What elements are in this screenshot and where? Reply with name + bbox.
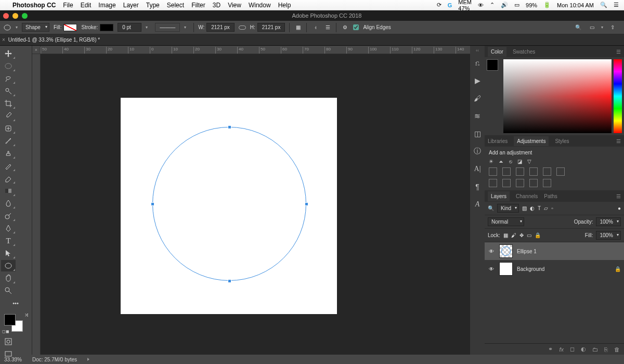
path-selection-tool[interactable] (1, 248, 16, 259)
layer-mask-icon[interactable]: ◻ (570, 346, 575, 353)
document-tab[interactable]: Untitled-1 @ 33.3% (Ellipse 1, RGB/8) * (8, 37, 100, 43)
tab-channels[interactable]: Channels (516, 193, 538, 199)
edit-toolbar[interactable]: ••• (1, 297, 30, 309)
height-input[interactable]: 2121 px (257, 23, 285, 32)
menu-file[interactable]: File (63, 2, 73, 9)
clock[interactable]: Mon 10:04 AM (557, 2, 594, 8)
invert-adj-icon[interactable] (489, 179, 497, 187)
zoom-window-button[interactable] (22, 13, 28, 19)
fill-swatch[interactable] (63, 24, 77, 31)
info-panel-icon[interactable]: ⓘ (473, 147, 482, 156)
tab-layers[interactable]: Layers (488, 191, 510, 201)
dodge-tool[interactable] (1, 210, 16, 222)
filter-adj-icon[interactable]: ◐ (530, 205, 535, 211)
current-color-swatch[interactable] (487, 59, 498, 71)
battery-icon[interactable]: 🔋 (543, 2, 551, 8)
canvas-area[interactable]: × 50403020100102030405060708090100110120… (32, 46, 470, 355)
layer-thumbnail[interactable] (499, 262, 513, 276)
close-window-button[interactable] (3, 13, 9, 19)
menu-image[interactable]: Image (98, 2, 115, 9)
menu-help[interactable]: Help (278, 2, 291, 9)
tool-mode-dropdown[interactable]: Shape (22, 23, 49, 32)
path-alignment-icon[interactable]: ⫞ (311, 23, 319, 32)
app-name[interactable]: Photoshop CC (12, 2, 56, 9)
tab-color[interactable]: Color (488, 47, 506, 57)
quickmask-icon[interactable] (1, 336, 16, 347)
hue-slider[interactable] (614, 59, 622, 133)
path-handle-top[interactable] (228, 125, 231, 129)
zoom-tool[interactable] (1, 285, 16, 296)
lasso-tool[interactable] (1, 73, 16, 84)
lock-artboard-icon[interactable]: ▭ (527, 232, 531, 238)
menu-3d[interactable]: 3D (213, 2, 220, 9)
curves-adj-icon[interactable]: ⎋ (509, 159, 512, 164)
color-chips[interactable]: ⤭ ◻◼ (2, 312, 30, 333)
link-layers-icon[interactable]: ⚭ (548, 346, 553, 353)
crop-tool[interactable] (1, 98, 16, 109)
tab-libraries[interactable]: Libraries (488, 138, 508, 144)
blend-mode-dropdown[interactable]: Normal (488, 217, 524, 226)
history-brush-tool[interactable] (1, 160, 16, 172)
filter-shape-icon[interactable]: ▱ (544, 205, 548, 211)
logitech-icon[interactable]: G (448, 2, 452, 8)
tab-adjustments[interactable]: Adjustments (514, 136, 549, 146)
default-colors-icon[interactable]: ◻◼ (2, 329, 9, 334)
panel-menu-icon[interactable]: ☰ (616, 49, 621, 55)
ruler-origin[interactable]: × (32, 46, 41, 54)
layer-name[interactable]: Ellipse 1 (517, 249, 537, 254)
menu-edit[interactable]: Edit (81, 2, 92, 9)
minimize-window-button[interactable] (12, 13, 18, 19)
layer-row[interactable]: 👁Ellipse 1 (485, 242, 624, 260)
status-menu-icon[interactable] (87, 358, 89, 361)
marquee-ellipse-tool[interactable] (1, 60, 16, 72)
ellipse-path[interactable] (152, 127, 306, 281)
character-panel-icon[interactable]: A| (473, 164, 482, 174)
panel-menu-icon[interactable]: ☰ (616, 138, 621, 144)
threshold-adj-icon[interactable] (516, 179, 524, 187)
filter-type-icon[interactable]: T (538, 205, 541, 211)
layer-visibility-icon[interactable]: 👁 (488, 249, 495, 254)
menu-window[interactable]: Window (249, 2, 271, 9)
align-edges-checkbox[interactable] (353, 24, 359, 30)
pen-tool[interactable] (1, 223, 16, 234)
levels-adj-icon[interactable]: ⏶ (499, 159, 504, 164)
ruler-horizontal[interactable]: 5040302010010203040506070809010011012013… (41, 46, 470, 54)
menu-layer[interactable]: Layer (123, 2, 139, 9)
menu-view[interactable]: View (228, 2, 241, 9)
spotlight-icon[interactable]: 🔍 (600, 2, 607, 8)
posterize-adj-icon[interactable] (502, 179, 511, 187)
eye-icon[interactable]: 👁 (478, 2, 484, 8)
doc-size[interactable]: Doc: 25.7M/0 bytes (32, 357, 77, 362)
brightness-adj-icon[interactable]: ☀ (489, 159, 493, 164)
menu-select[interactable]: Select (167, 2, 184, 9)
swap-colors-icon[interactable]: ⤭ (24, 312, 29, 318)
menu-type[interactable]: Type (146, 2, 160, 9)
filter-pixel-icon[interactable]: ▧ (522, 205, 527, 211)
color-spectrum[interactable] (503, 59, 612, 133)
colorlookup-adj-icon[interactable] (556, 167, 565, 176)
gradient-tool[interactable] (1, 185, 16, 197)
lock-transparency-icon[interactable]: ▦ (503, 232, 508, 238)
panel-menu-icon[interactable]: ☰ (616, 193, 621, 199)
brush-settings-panel-icon[interactable]: ≋ (473, 111, 482, 121)
actions-panel-icon[interactable]: ▶ (473, 76, 482, 85)
width-input[interactable]: 2121 px (206, 23, 235, 32)
link-dimensions-icon[interactable] (239, 25, 246, 30)
brushes-panel-icon[interactable]: 🖌 (473, 94, 482, 103)
layer-visibility-icon[interactable]: 👁 (488, 266, 495, 272)
close-tab-icon[interactable]: × (2, 37, 5, 43)
hand-tool[interactable] (1, 272, 16, 284)
wifi-icon[interactable]: ⌃ (490, 2, 495, 8)
path-handle-left[interactable] (151, 202, 154, 206)
move-tool[interactable] (1, 48, 16, 59)
stroke-swatch[interactable] (100, 24, 113, 31)
tab-styles[interactable]: Styles (555, 138, 569, 144)
clone-stamp-tool[interactable] (1, 148, 16, 159)
selectivecolor-adj-icon[interactable] (543, 179, 551, 187)
photofilter-adj-icon[interactable] (529, 167, 538, 176)
path-operations-icon[interactable]: ▦ (294, 23, 302, 32)
menu-extras-icon[interactable]: ☰ (614, 2, 619, 8)
gradientmap-adj-icon[interactable] (529, 179, 538, 187)
filter-toggle[interactable]: ● (618, 205, 621, 211)
ellipse-tool-icon[interactable] (3, 23, 11, 32)
